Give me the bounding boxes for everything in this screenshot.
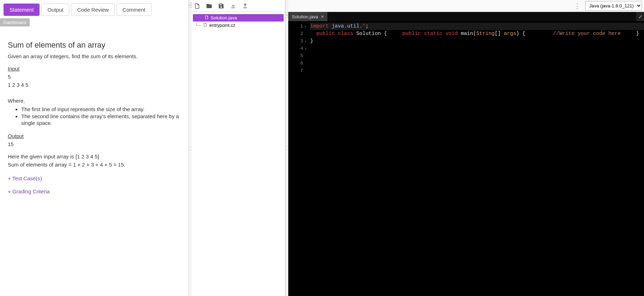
save-icon[interactable] — [218, 2, 225, 10]
editor-panel: ⋮ Java (java-1.8.0_121) Solution.java ✕ … — [288, 0, 644, 296]
editor-topbar: ⋮ Java (java-1.8.0_121) — [288, 0, 644, 12]
explain-1: Here the given input array is [1 2 3 4 5… — [8, 153, 181, 159]
line-number: 5 — [288, 52, 303, 60]
file-tree-item-solution[interactable]: ⋮– Solution.java — [193, 14, 284, 22]
input-spec-1: The first line of input represents the s… — [21, 106, 181, 113]
editor-tab-solution[interactable]: Solution.java ✕ — [288, 12, 328, 21]
file-toolbar — [191, 0, 285, 12]
code-body[interactable]: import java.util.*; public class Solutio… — [305, 21, 644, 296]
file-name: Solution.java — [211, 15, 237, 20]
explain-2: Sum of elements of array = 1 + 2 + 3 + 4… — [8, 162, 181, 168]
more-icon[interactable]: ⋮ — [572, 2, 583, 10]
problem-description: Given an array of integers, find the sum… — [8, 53, 181, 59]
splitter-middle[interactable]: ‹ ⋮⋮ — [285, 0, 288, 296]
file-tree-panel: ⋮– Solution.java └– entrypoint.cz — [191, 0, 285, 296]
expand-grading-criteria[interactable]: + Grading Criteria — [8, 188, 181, 194]
line-number: 2 — [288, 30, 303, 37]
line-gutter: 1 2 3 4 5 6 7 — [288, 21, 305, 296]
download-icon[interactable] — [230, 2, 237, 10]
editor-tabs: Solution.java ✕ — [288, 12, 644, 21]
output-value: 15 — [8, 141, 181, 147]
statement-body: Sum of elements of an array Given an arr… — [0, 16, 188, 194]
tree-branch-icon: ⋮– — [195, 15, 202, 20]
drag-handle-icon: ⋮⋮ — [286, 145, 288, 152]
output-label: Output — [8, 133, 181, 139]
tab-comment[interactable]: Comment — [117, 4, 152, 16]
line-number: 4 — [288, 45, 303, 52]
upload-icon[interactable] — [242, 2, 249, 10]
collapse-left-icon[interactable]: ‹ — [188, 2, 192, 8]
file-icon — [205, 15, 209, 20]
maximize-editor-icon[interactable]: ⤢ — [636, 12, 644, 21]
left-tabs: Statement Output Code Review Comment — [0, 0, 188, 16]
tab-code-review[interactable]: Code Review — [71, 4, 114, 16]
file-tree: ⋮– Solution.java └– entrypoint.cz — [191, 12, 285, 296]
expand-test-cases[interactable]: + Test Case(s) — [8, 175, 181, 181]
new-file-icon[interactable] — [194, 2, 201, 10]
problem-panel: Statement Output Code Review Comment Das… — [0, 0, 189, 296]
code-editor[interactable]: 1 2 3 4 5 6 7 import java.util.*; public… — [288, 21, 644, 296]
problem-title: Sum of elements of an array — [8, 41, 181, 50]
file-name: entrypoint.cz — [209, 23, 235, 28]
where-label: Where, — [8, 98, 181, 104]
input-line-1: 5 — [8, 74, 181, 80]
open-folder-icon[interactable] — [206, 2, 213, 10]
line-number: 1 — [288, 23, 303, 30]
file-tree-item-entrypoint[interactable]: └– entrypoint.cz — [193, 22, 284, 29]
splitter-left[interactable]: ‹ ⋮⋮ — [189, 0, 191, 296]
input-spec-2: The second line contains the array's ele… — [21, 113, 181, 127]
line-number: 3 — [288, 37, 303, 45]
tab-statement[interactable]: Statement — [4, 4, 40, 16]
tree-branch-icon: └– — [195, 23, 201, 28]
input-spec-list: The first line of input represents the s… — [21, 106, 181, 127]
input-line-2: 1 2 3 4 5 — [8, 82, 181, 88]
close-tab-icon[interactable]: ✕ — [321, 14, 324, 19]
input-label: Input — [8, 66, 181, 72]
tab-output[interactable]: Output — [41, 4, 69, 16]
language-select[interactable]: Java (java-1.8.0_121) — [585, 1, 642, 11]
line-number: 7 — [288, 67, 303, 74]
drag-handle-icon: ⋮⋮ — [189, 145, 191, 151]
dashboard-tag[interactable]: Dashboard — [0, 18, 30, 26]
editor-tab-label: Solution.java — [292, 14, 318, 19]
file-icon — [203, 23, 207, 28]
line-number: 6 — [288, 60, 303, 67]
